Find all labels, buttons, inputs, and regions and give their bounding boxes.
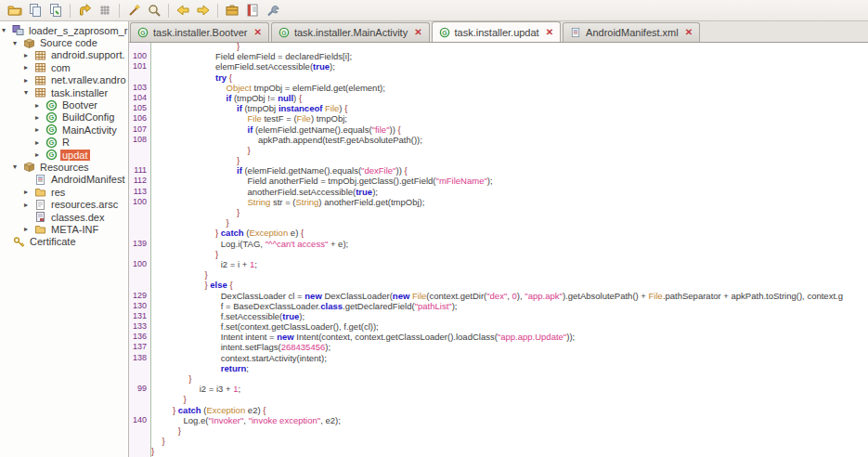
code-line[interactable]: } [129, 43, 868, 51]
line-number: 104 [129, 93, 151, 103]
code-line[interactable]: 103Object tmpObj = elemField.get(element… [129, 83, 868, 93]
close-icon[interactable]: ✕ [685, 28, 693, 37]
paste-icon[interactable] [45, 2, 66, 19]
tab-androidmanifest-xml[interactable]: AndroidManifest.xml✕ [563, 22, 700, 42]
wrench-icon[interactable] [263, 2, 283, 19]
tree-item-r[interactable]: ▸GR [0, 137, 128, 149]
code-line[interactable]: 107if (elemField.getName().equals("file"… [129, 124, 868, 135]
tree-item-net-vrallev-andro[interactable]: ▸net.vrallev.andro [0, 74, 128, 86]
expand-arrow-icon[interactable]: ▸ [35, 149, 45, 161]
collapse-arrow-icon[interactable]: ▾ [13, 161, 23, 173]
code-line[interactable]: } catch (Exception e) { [129, 228, 868, 238]
close-icon[interactable]: ✕ [414, 28, 421, 37]
forward-icon[interactable] [193, 2, 214, 19]
expand-arrow-icon[interactable]: ▸ [35, 137, 45, 149]
collapse-arrow-icon[interactable]: ▾ [2, 24, 12, 36]
code-line[interactable]: 105if (tmpObj instanceof File) { [129, 103, 868, 113]
code-line[interactable]: 138context.startActivity(intent); [129, 353, 868, 363]
expand-arrow-icon[interactable]: ▸ [24, 74, 34, 86]
collapse-arrow-icon[interactable]: ▾ [24, 86, 34, 98]
code-line[interactable]: } [129, 425, 868, 436]
tree-item-com[interactable]: ▸com [0, 61, 128, 73]
tree-item-loader-s-zaprosom-r[interactable]: ▾loader_s_zaprosom_r [0, 24, 128, 36]
tab-task-installer-mainactivity[interactable]: Gtask.installer.MainActivity✕ [271, 22, 430, 42]
code-line[interactable]: 106File testF = (File) tmpObj; [129, 113, 868, 124]
notebook-icon[interactable] [242, 2, 263, 19]
code-line[interactable]: 139Log.i(TAG, "^^can't access" + e); [129, 239, 868, 249]
tree-item-res[interactable]: ▸res [0, 186, 128, 198]
code-line[interactable]: 140Log.e("Invoker", "invoke exception", … [129, 415, 868, 425]
expand-arrow-icon[interactable]: ▸ [24, 186, 34, 198]
code-line[interactable]: 137intent.setFlags(268435456); [129, 342, 868, 352]
tree-item-androidmanifest[interactable]: AndroidManifest [0, 174, 128, 186]
tree-item-source-code[interactable]: ▾Source code [0, 36, 128, 48]
code-line[interactable]: 129DexClassLoader cl = new DexClassLoade… [129, 291, 868, 301]
wand-icon[interactable] [123, 2, 144, 19]
code-line[interactable]: 111if (elemField.getName().equals("dexFi… [129, 165, 868, 176]
tree-item-meta-inf[interactable]: ▸META-INF [0, 223, 128, 235]
search-icon[interactable] [144, 2, 164, 19]
tree-item-label: com [49, 62, 72, 73]
code-line[interactable]: } [129, 269, 868, 280]
code-line[interactable]: } [129, 145, 868, 155]
code-line[interactable]: try { [129, 72, 868, 83]
code-line[interactable]: } else { [129, 280, 868, 290]
code-line[interactable]: 99i2 = i3 + 1; [129, 384, 868, 394]
code-line[interactable]: } [129, 207, 868, 217]
close-icon[interactable]: ✕ [546, 28, 553, 37]
copy-icon[interactable] [25, 2, 45, 19]
code-line[interactable]: 100i2 = i + 1; [129, 259, 868, 269]
back-icon[interactable] [173, 2, 193, 19]
expand-arrow-icon[interactable]: ▸ [35, 111, 45, 124]
tree-item-resources-arsc[interactable]: ▸resources.arsc [0, 198, 128, 210]
code-line[interactable]: 112Field anotherField = tmpObj.getClass(… [129, 176, 868, 186]
tree-item-updat[interactable]: ▸Gupdat [0, 149, 128, 161]
code-line[interactable]: } [129, 394, 868, 404]
archive-icon[interactable] [222, 2, 242, 19]
code-line[interactable]: 133f.set(context.getClassLoader(), f.get… [129, 321, 868, 332]
code-line[interactable]: 131f.setAccessible(true); [129, 311, 868, 321]
tree-item-certificate[interactable]: Certificate [0, 236, 128, 248]
code-line[interactable]: } [129, 436, 868, 446]
tab-task-installer-bootver[interactable]: Gtask.installer.Bootver✕ [130, 22, 269, 42]
expand-arrow-icon[interactable]: ▸ [24, 61, 34, 73]
svg-text:G: G [442, 29, 447, 35]
code-line[interactable]: 100Field elemField = declaredFields[i]; [129, 51, 868, 61]
tab-task-installer-updat[interactable]: Gtask.installer.updat✕ [432, 21, 562, 42]
code-editor[interactable]: }100Field elemField = declaredFields[i];… [129, 43, 868, 457]
code-line[interactable]: } [129, 446, 868, 456]
code-line[interactable]: 130f = BaseDexClassLoader.class.getDecla… [129, 301, 868, 311]
open-folder-icon[interactable] [5, 2, 25, 19]
code-line[interactable]: 108apkPath.append(testF.getAbsolutePath(… [129, 135, 868, 145]
code-line[interactable]: } [129, 373, 868, 384]
expand-arrow-icon[interactable]: ▸ [24, 199, 34, 211]
code-line[interactable]: 136Intent intent = new Intent(context, c… [129, 332, 868, 342]
tree-item-mainactivity[interactable]: ▸GMainActivity [0, 124, 128, 136]
expand-arrow-icon[interactable]: ▸ [24, 49, 34, 61]
grid-icon[interactable] [95, 2, 115, 19]
tree-item-classes-dex[interactable]: classes.dex [0, 211, 128, 223]
tree-item-task-installer[interactable]: ▾task.installer [0, 86, 128, 98]
code-line[interactable]: } [129, 155, 868, 165]
tree-item-bootver[interactable]: ▸GBootver [0, 98, 128, 111]
code-line[interactable]: 113anotherField.setAccessible(true); [129, 187, 868, 197]
close-icon[interactable]: ✕ [254, 28, 262, 37]
code-text: intent.setFlags(268435456); [151, 342, 868, 352]
code-line[interactable]: 100String str = (String) anotherField.ge… [129, 197, 868, 207]
code-line[interactable]: } [129, 249, 868, 259]
expand-arrow-icon[interactable]: ▸ [24, 223, 34, 235]
goto-icon[interactable] [74, 2, 95, 19]
tree-item-buildconfig[interactable]: ▸GBuildConfig [0, 111, 128, 124]
code-line[interactable]: } [129, 217, 868, 228]
tree-item-android-support[interactable]: ▸android.support. [0, 49, 128, 61]
tree-item-resources[interactable]: ▾Resources [0, 161, 128, 173]
code-line[interactable]: 101elemField.setAccessible(true); [129, 61, 868, 72]
expand-arrow-icon[interactable]: ▸ [35, 124, 45, 136]
expand-arrow-icon[interactable]: ▸ [35, 99, 45, 111]
code-line[interactable]: 104if (tmpObj != null) { [129, 93, 868, 103]
key-icon [13, 236, 25, 248]
collapse-arrow-icon[interactable]: ▾ [13, 37, 23, 49]
code-line[interactable]: return; [129, 363, 868, 373]
code-text: elemField.setAccessible(true); [151, 61, 868, 72]
code-line[interactable]: } catch (Exception e2) { [129, 405, 868, 415]
